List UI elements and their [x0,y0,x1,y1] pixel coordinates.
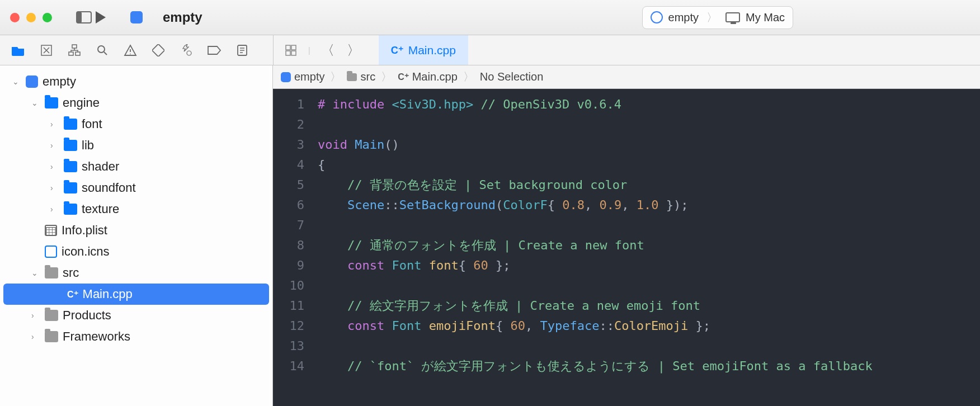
line-number: 11 [273,296,304,316]
code-line[interactable]: // `font` が絵文字用フォントも使えるようにする | Set emoji… [318,356,980,376]
code-line[interactable] [318,115,980,135]
breadcrumb-selection[interactable]: No Selection [480,70,543,83]
related-items-icon[interactable] [282,42,299,59]
tree-row-empty[interactable]: ⌄empty [0,71,272,92]
code-line[interactable]: void Main() [318,135,980,155]
tree-item-label: Info.plist [62,223,107,238]
folder-icon [64,140,77,151]
tree-row-main-cpp[interactable]: C⁺Main.cpp [3,284,269,305]
tree-item-label: icon.icns [62,244,110,259]
icns-icon [45,246,57,258]
line-gutter: 1234567891011121314 [273,89,313,406]
mac-icon [725,12,740,22]
tree-row-shader[interactable]: ›shader [0,156,272,177]
tree-row-frameworks[interactable]: ›Frameworks [0,326,272,347]
svg-rect-7 [152,44,164,56]
project-navigator: ⌄empty⌄engine›font›lib›shader›soundfont›… [0,65,273,406]
folder-icon [64,204,77,215]
chevron-down-icon[interactable]: ⌄ [12,77,21,86]
code-line[interactable] [318,276,980,296]
project-navigator-icon[interactable] [10,42,27,59]
code-line[interactable]: // 背景の色を設定 | Set background color [318,175,980,195]
issue-navigator-icon[interactable] [122,42,139,59]
chevron-right-icon[interactable]: › [31,332,40,341]
svg-rect-3 [72,45,77,48]
run-button[interactable] [93,10,108,25]
tree-item-label: src [63,266,79,280]
line-number: 5 [273,175,304,195]
tree-row-font[interactable]: ›font [0,114,272,135]
tree-item-label: texture [82,202,119,216]
line-number: 13 [273,336,304,356]
chevron-right-icon[interactable]: › [50,183,59,192]
breakpoint-navigator-icon[interactable] [206,42,223,59]
folder-icon [45,310,58,321]
editor-tab-bar: | 〈 〉 C⁺ Main.cpp [273,35,980,65]
chevron-down-icon[interactable]: ⌄ [31,98,40,107]
jump-bar[interactable]: empty 〉 src 〉 C⁺ Main.cpp 〉 No Selection [273,65,980,89]
folder-icon [64,182,77,193]
tree-item-label: shader [82,159,119,174]
chevron-right-icon[interactable]: › [31,311,40,320]
folder-icon [347,73,357,81]
breadcrumb-project[interactable]: empty [294,70,324,83]
tree-item-label: font [82,117,102,131]
folder-icon [45,331,58,342]
code-line[interactable]: # include <Siv3D.hpp> // OpenSiv3D v0.6.… [318,95,980,115]
debug-navigator-icon[interactable] [178,42,195,59]
tree-row-engine[interactable]: ⌄engine [0,92,272,114]
project-icon [281,72,291,82]
svg-rect-14 [46,228,55,236]
tree-row-src[interactable]: ⌄src [0,262,272,284]
folder-icon [45,97,58,108]
line-number: 12 [273,316,304,336]
code-line[interactable] [318,215,980,235]
zoom-window-button[interactable] [43,13,52,22]
code-line[interactable]: Scene::SetBackground(ColorF{ 0.8, 0.9, 1… [318,195,980,215]
code-content[interactable]: # include <Siv3D.hpp> // OpenSiv3D v0.6.… [313,89,980,406]
toggle-sidebar-button[interactable] [74,10,93,25]
source-control-navigator-icon[interactable] [38,42,55,59]
go-back-button[interactable]: 〈 [319,42,336,59]
scheme-selector[interactable]: empty 〉 My Mac [642,6,793,29]
code-line[interactable] [318,336,980,356]
chevron-right-icon[interactable]: › [50,141,59,150]
go-forward-button[interactable]: 〉 [345,42,362,59]
tree-row-info-plist[interactable]: Info.plist [0,220,272,241]
chevron-down-icon[interactable]: ⌄ [31,268,40,277]
code-line[interactable]: // 絵文字用フォントを作成 | Create a new emoji font [318,296,980,316]
tree-row-lib[interactable]: ›lib [0,135,272,156]
tree-row-texture[interactable]: ›texture [0,199,272,220]
editor-area: empty 〉 src 〉 C⁺ Main.cpp 〉 No Selection… [273,65,980,406]
breadcrumb-file[interactable]: Main.cpp [412,70,458,83]
chevron-right-icon: 〉 [330,69,341,84]
svg-rect-5 [76,52,80,55]
minimize-window-button[interactable] [26,13,36,22]
svg-rect-10 [286,45,290,50]
find-navigator-icon[interactable] [94,42,111,59]
scheme-icon [651,11,663,23]
code-line[interactable]: { [318,155,980,175]
report-navigator-icon[interactable] [234,42,251,59]
folder-icon [45,267,58,278]
code-line[interactable]: // 通常のフォントを作成 | Create a new font [318,235,980,256]
tree-row-icon-icns[interactable]: icon.icns [0,241,272,262]
tree-item-label: empty [43,74,76,89]
chevron-right-icon[interactable]: › [50,120,59,129]
chevron-right-icon[interactable]: › [50,205,59,214]
tree-row-soundfont[interactable]: ›soundfont [0,177,272,199]
line-number: 3 [273,135,304,155]
symbol-navigator-icon[interactable] [66,42,83,59]
main-split: ⌄empty⌄engine›font›lib›shader›soundfont›… [0,65,980,406]
tree-row-products[interactable]: ›Products [0,305,272,326]
chevron-right-icon[interactable]: › [50,162,59,171]
scheme-device-name: My Mac [746,11,785,24]
close-window-button[interactable] [10,13,20,22]
breadcrumb-folder[interactable]: src [360,70,375,83]
test-navigator-icon[interactable] [150,42,167,59]
code-line[interactable]: const Font font{ 60 }; [318,256,980,276]
line-number: 2 [273,115,304,135]
editor-tab-main-cpp[interactable]: C⁺ Main.cpp [379,35,468,65]
code-line[interactable]: const Font emojiFont{ 60, Typeface::Colo… [318,316,980,336]
code-editor[interactable]: 1234567891011121314 # include <Siv3D.hpp… [273,89,980,406]
